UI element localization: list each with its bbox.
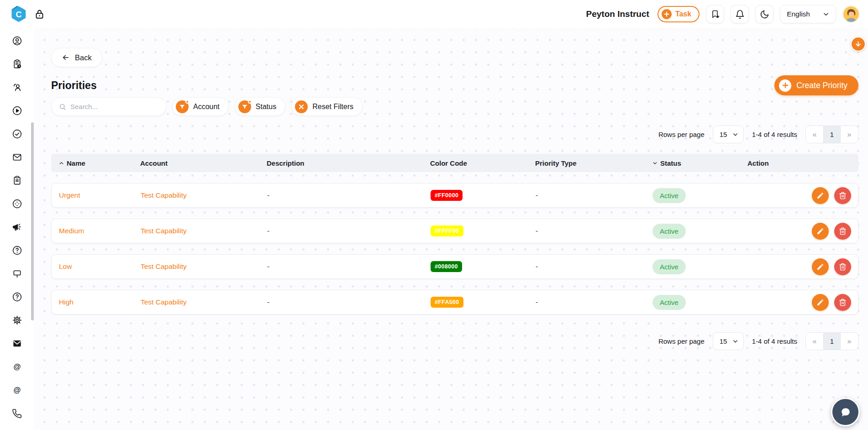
- add-task-button[interactable]: Task: [658, 6, 700, 22]
- rows-per-page-value: 15: [720, 131, 727, 138]
- sidebar-item-mail[interactable]: [5, 146, 29, 169]
- sidebar-item-media[interactable]: [5, 99, 29, 122]
- topbar: C Peyton Instruct Task: [0, 0, 868, 28]
- rows-per-page-value: 15: [720, 337, 727, 345]
- next-page-button[interactable]: »: [841, 333, 858, 350]
- back-button[interactable]: Back: [51, 48, 102, 67]
- pager: « 1 »: [805, 332, 858, 350]
- priority-name-link[interactable]: High: [59, 298, 141, 306]
- bookmark-add-button[interactable]: [706, 5, 724, 23]
- scroll-down-button[interactable]: [851, 37, 866, 52]
- arrow-left-icon: [62, 53, 70, 62]
- column-header-status[interactable]: Status: [652, 159, 747, 167]
- gear-icon: [12, 315, 22, 325]
- sidebar-item-tasks[interactable]: [5, 52, 29, 76]
- sidebar-item-hub[interactable]: [5, 192, 29, 215]
- moon-icon: [760, 10, 769, 19]
- column-header-name[interactable]: Name: [58, 159, 140, 167]
- lock-icon: [35, 9, 44, 20]
- current-page[interactable]: 1: [823, 333, 841, 350]
- next-page-icon: »: [847, 131, 852, 139]
- help-circle-icon: [12, 245, 22, 256]
- delete-button[interactable]: [834, 258, 851, 275]
- prev-page-icon: «: [813, 337, 817, 346]
- sidebar-item-approvals[interactable]: [5, 122, 29, 146]
- chevron-down-icon: [732, 338, 738, 344]
- user-avatar[interactable]: [842, 5, 860, 23]
- prev-page-icon: «: [813, 131, 817, 139]
- language-select[interactable]: English: [780, 5, 836, 23]
- sidebar-item-support[interactable]: [5, 285, 29, 309]
- megaphone-icon: [12, 222, 22, 232]
- page-title: Priorities: [51, 79, 97, 92]
- sidebar-item-inbox[interactable]: [5, 332, 29, 355]
- results-count: 1-4 of 4 results: [752, 337, 797, 345]
- reset-filters-button[interactable]: Reset Filters: [291, 97, 363, 116]
- table-row-urgent: Urgent Test Capability - #FF0000 - Activ…: [51, 183, 858, 208]
- app-logo-icon[interactable]: C: [9, 5, 28, 24]
- priority-name-link[interactable]: Urgent: [59, 191, 141, 199]
- table-header: Name Account Description Color Code Prio…: [51, 154, 858, 172]
- edit-button[interactable]: [812, 187, 829, 204]
- sidebar-item-user-profile[interactable]: [5, 29, 29, 52]
- column-header-description[interactable]: Description: [267, 159, 430, 167]
- prev-page-button[interactable]: «: [806, 333, 823, 350]
- color-code-badge: #FF0000: [431, 190, 463, 201]
- rows-per-page-select[interactable]: 15: [713, 126, 744, 143]
- sidebar-item-notes[interactable]: [5, 169, 29, 192]
- sidebar-item-announcements[interactable]: [5, 215, 29, 239]
- create-priority-button[interactable]: Create Priority: [774, 75, 858, 95]
- chat-widget-button[interactable]: [831, 398, 860, 426]
- x-circle-icon: [295, 100, 308, 113]
- description-value: -: [267, 191, 431, 199]
- edit-button[interactable]: [812, 223, 829, 240]
- notifications-button[interactable]: [731, 5, 749, 23]
- sidebar-item-users[interactable]: [5, 76, 29, 99]
- plus-circle-icon: [779, 79, 791, 92]
- pencil-icon: [816, 192, 824, 199]
- account-link[interactable]: Test Capability: [141, 298, 267, 306]
- sidebar-item-calls[interactable]: [5, 402, 29, 425]
- funnel-icon: [176, 100, 189, 113]
- funnel-icon: [238, 100, 251, 113]
- dots-circle-icon: [12, 199, 22, 209]
- mail-icon: [12, 152, 22, 163]
- next-page-button[interactable]: »: [841, 126, 858, 143]
- sidebar-item-billboard[interactable]: [5, 262, 29, 285]
- bookmark-plus-icon: [710, 10, 720, 19]
- sidebar-item-mentions-2[interactable]: @: [5, 378, 29, 402]
- column-header-priority-type[interactable]: Priority Type: [535, 159, 652, 167]
- sidebar-item-mentions[interactable]: @: [5, 355, 29, 378]
- sidebar-item-help[interactable]: [5, 239, 29, 262]
- priority-type-value: -: [536, 262, 652, 271]
- priority-name-link[interactable]: Medium: [59, 227, 141, 235]
- chat-bubble-icon: [839, 405, 852, 419]
- priority-name-link[interactable]: Low: [59, 262, 141, 271]
- sidebar-item-settings[interactable]: [5, 309, 29, 332]
- search-input[interactable]: [70, 103, 158, 110]
- delete-button[interactable]: [834, 223, 851, 240]
- rows-per-page-select[interactable]: 15: [713, 332, 744, 350]
- current-page[interactable]: 1: [823, 126, 841, 143]
- search-box[interactable]: [51, 97, 166, 116]
- edit-button[interactable]: [812, 294, 829, 311]
- dark-mode-toggle[interactable]: [755, 5, 773, 23]
- account-filter-button[interactable]: Account: [172, 97, 229, 116]
- prev-page-button[interactable]: «: [806, 126, 823, 143]
- column-header-account[interactable]: Account: [140, 159, 267, 167]
- search-icon: [59, 103, 66, 111]
- account-link[interactable]: Test Capability: [141, 227, 267, 235]
- delete-button[interactable]: [834, 187, 851, 204]
- account-link[interactable]: Test Capability: [141, 262, 267, 271]
- column-header-color-code[interactable]: Color Code: [430, 159, 535, 167]
- pager: « 1 »: [805, 126, 858, 143]
- pagination-bottom: Rows per page 15 1-4 of 4 results « 1 »: [51, 332, 858, 350]
- status-filter-button[interactable]: Status: [235, 97, 285, 116]
- status-badge: Active: [652, 224, 686, 239]
- account-link[interactable]: Test Capability: [141, 191, 267, 199]
- delete-button[interactable]: [834, 294, 851, 311]
- edit-button[interactable]: [812, 258, 829, 275]
- sort-desc-icon: [652, 160, 658, 166]
- svg-text:@: @: [13, 362, 21, 371]
- next-page-icon: »: [847, 337, 852, 346]
